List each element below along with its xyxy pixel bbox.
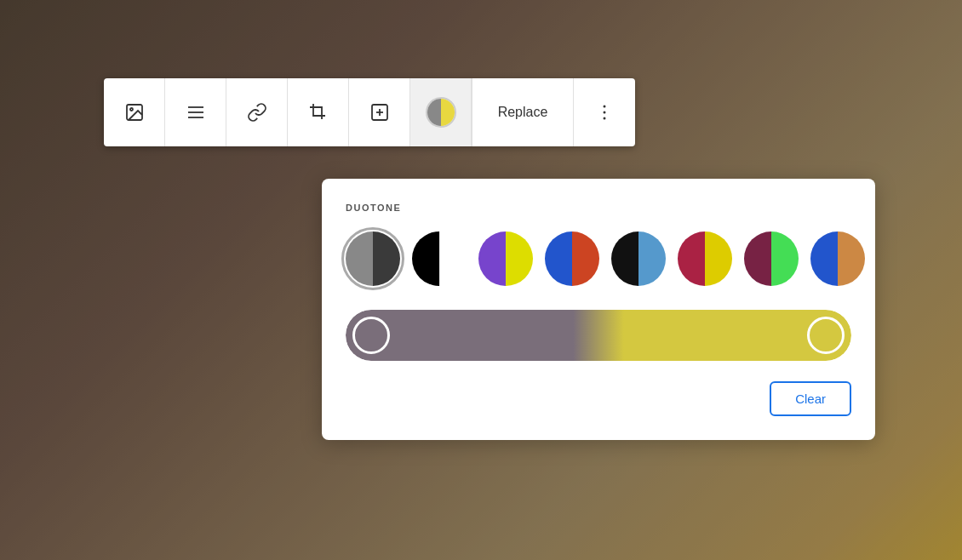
gradient-bar — [346, 310, 851, 361]
duotone-swatches-row — [346, 231, 851, 286]
svg-point-10 — [604, 117, 606, 120]
more-options-icon — [594, 102, 615, 123]
text-icon-button[interactable] — [349, 78, 410, 146]
duotone-icon — [426, 97, 456, 128]
link-icon — [247, 102, 267, 123]
text-icon — [369, 102, 390, 123]
link-icon-button[interactable] — [226, 78, 288, 146]
duotone-icon-button[interactable] — [410, 78, 472, 146]
duotone-swatch-1[interactable] — [412, 231, 467, 286]
duotone-title: DUOTONE — [346, 203, 851, 213]
image-icon-button[interactable] — [104, 78, 165, 146]
duotone-swatch-3[interactable] — [545, 231, 599, 286]
clear-button-container: Clear — [346, 381, 851, 416]
duotone-swatch-5[interactable] — [678, 231, 732, 286]
image-icon — [124, 102, 145, 123]
align-icon-button[interactable] — [165, 78, 226, 146]
replace-button[interactable]: Replace — [472, 78, 574, 146]
duotone-swatch-6[interactable] — [744, 231, 799, 286]
duotone-swatch-0[interactable] — [346, 231, 400, 286]
gradient-handle-left[interactable] — [352, 317, 390, 354]
svg-point-9 — [604, 111, 606, 114]
duotone-popup: DUOTONE — [322, 179, 875, 440]
clear-button[interactable]: Clear — [770, 381, 851, 416]
svg-point-1 — [130, 108, 133, 111]
more-options-button[interactable] — [574, 78, 635, 146]
crop-icon — [308, 102, 329, 123]
toolbar: Replace — [104, 78, 635, 146]
align-icon — [186, 102, 206, 123]
duotone-swatch-2[interactable] — [478, 231, 533, 286]
gradient-bar-container[interactable] — [346, 310, 851, 361]
duotone-swatch-7[interactable] — [810, 231, 865, 286]
duotone-swatch-4[interactable] — [611, 231, 666, 286]
svg-point-8 — [604, 106, 606, 108]
gradient-handle-right[interactable] — [807, 317, 845, 354]
crop-icon-button[interactable] — [288, 78, 349, 146]
